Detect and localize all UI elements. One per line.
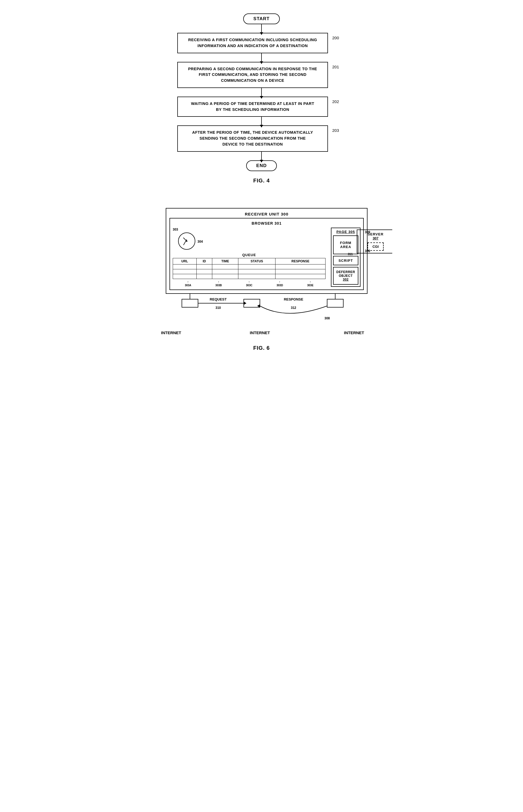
queue-sub-labels: 303A 303B 303C 303D 303E [173, 284, 326, 287]
step-200-box: RECEIVING A FIRST COMMUNICATION INCLUDIN… [177, 33, 328, 53]
step-200-label: 200 [332, 33, 346, 40]
col-url: URL [173, 258, 197, 264]
table-row [173, 274, 326, 279]
arrow-2 [261, 53, 262, 62]
table-row [173, 264, 326, 269]
deferrer-num: 302 [343, 278, 349, 282]
server-box: SERVER 307 CGI [357, 230, 392, 253]
up-arrow-1: ↑ [187, 280, 189, 283]
svg-text:INTERNET: INTERNET [250, 330, 270, 335]
script-box: SCRIPT [333, 256, 358, 265]
flowchart: START RECEIVING A FIRST COMMUNICATION IN… [142, 14, 381, 171]
svg-text:INTERNET: INTERNET [161, 330, 181, 335]
svg-text:312: 312 [291, 306, 296, 310]
arrow-3 [261, 88, 262, 96]
page-box: PAGE 305 FORMAREA SCRIPT DEFERREROBJECT … [331, 228, 361, 287]
svg-rect-2 [327, 299, 343, 307]
network-arrows: REQUEST 310 RESPONSE 312 308 INTERNET IN… [139, 294, 392, 342]
clock-wrapper: 304 [178, 233, 326, 251]
step-201-box: PREPARING A SECOND COMMUNICATION IN RESP… [177, 62, 328, 88]
server-title: SERVER [361, 232, 391, 236]
table-row [173, 269, 326, 274]
step-201-label: 201 [332, 62, 346, 69]
cgi-box: CGI [367, 242, 383, 251]
step-200-wrapper: RECEIVING A FIRST COMMUNICATION INCLUDIN… [142, 33, 381, 53]
arrow-1 [261, 24, 262, 33]
queue-table: URL ID TIME STATUS RESPONSE [173, 258, 326, 279]
page-title: PAGE 305 [333, 230, 358, 234]
step-202-box: WAITING A PERIOD OF TIME DETERMINED AT L… [177, 96, 328, 117]
svg-text:REQUEST: REQUEST [210, 297, 227, 301]
form-area: FORMAREA [333, 235, 358, 254]
step-202-wrapper: WAITING A PERIOD OF TIME DETERMINED AT L… [142, 96, 381, 117]
fig6-section: RECEIVER UNIT 300 BROWSER 301 303 [136, 203, 387, 354]
up-arrow-5: ↑ [309, 280, 311, 283]
browser-inner: 303 304 QUEUE [173, 228, 361, 287]
browser-box: BROWSER 301 303 304 [169, 218, 364, 290]
col-id: ID [196, 258, 212, 264]
col-status: STATUS [238, 258, 275, 264]
clock-center-dot [186, 240, 187, 241]
step-203-wrapper: AFTER THE PERIOD OF TIME, THE DEVICE AUT… [142, 125, 381, 151]
up-arrow-3: ↑ [248, 280, 250, 283]
step-203-box: AFTER THE PERIOD OF TIME, THE DEVICE AUT… [177, 125, 328, 151]
fig6-inner: RECEIVER UNIT 300 BROWSER 301 303 [139, 208, 392, 342]
arrow-4 [261, 117, 262, 125]
server-num: 307 [361, 236, 391, 240]
receiver-unit-title: RECEIVER UNIT 300 [169, 212, 364, 216]
clock-icon [178, 233, 195, 250]
queue-title: QUEUE [173, 253, 326, 257]
label-303b: 303B [216, 284, 222, 287]
svg-text:308: 308 [324, 317, 330, 320]
svg-text:310: 310 [216, 306, 221, 310]
col-response: RESPONSE [275, 258, 326, 264]
start-node: START [243, 14, 280, 24]
up-arrow-4: ↑ [279, 280, 281, 283]
svg-text:INTERNET: INTERNET [344, 330, 364, 335]
queue-area: QUEUE URL ID TIME STATUS RESPONSE [173, 253, 326, 287]
label-303a: 303A [185, 284, 191, 287]
label-303c: 303C [246, 284, 252, 287]
arrow-5 [261, 152, 262, 160]
step-202-label: 202 [332, 96, 346, 104]
fig4-caption: FIG. 4 [253, 178, 270, 184]
clock-label: 304 [197, 240, 203, 243]
right-panel: 309 306 PAGE 305 FORMAREA SCRIPT DEFERRE… [331, 228, 361, 287]
label-303e: 303E [307, 284, 313, 287]
queue-arrows: ↑ ↑ ↑ ↑ ↑ [173, 280, 326, 283]
svg-rect-0 [182, 299, 198, 307]
browser-title: BROWSER 301 [173, 221, 361, 225]
label-303: 303 [173, 228, 326, 231]
step-201-wrapper: PREPARING A SECOND COMMUNICATION IN RESP… [142, 62, 381, 88]
receiver-unit-box: RECEIVER UNIT 300 BROWSER 301 303 [166, 208, 367, 294]
left-panel: 303 304 QUEUE [173, 228, 326, 287]
svg-text:RESPONSE: RESPONSE [284, 297, 304, 301]
col-time: TIME [212, 258, 238, 264]
label-311: 311 [348, 252, 353, 256]
step-203-label: 203 [332, 125, 346, 133]
fig6-caption: FIG. 6 [139, 345, 384, 351]
up-arrow-2: ↑ [218, 280, 219, 283]
fig4-section: START RECEIVING A FIRST COMMUNICATION IN… [136, 5, 387, 186]
deferrer-box: DEFERREROBJECT 302 [333, 267, 358, 285]
label-303d: 303D [276, 284, 283, 287]
